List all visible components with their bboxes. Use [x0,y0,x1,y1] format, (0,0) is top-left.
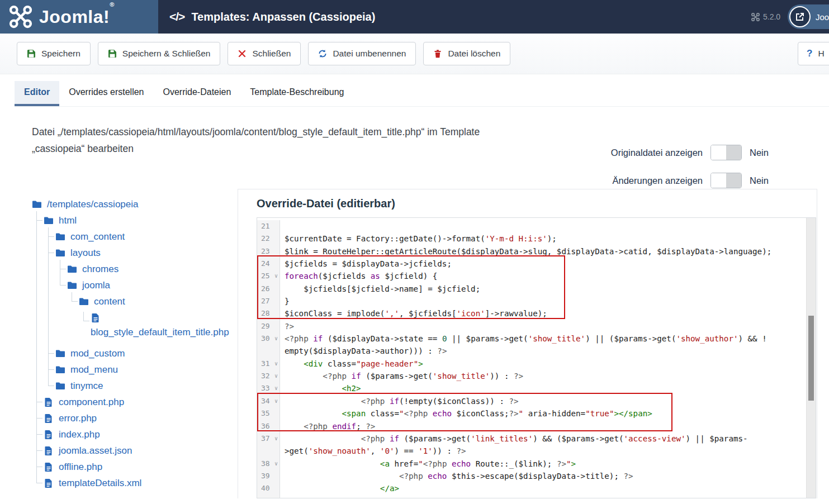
code-line[interactable]: 22$currentDate = Factory::getDate()->for… [257,232,816,245]
line-number: 39 [261,470,270,482]
file-icon [44,430,54,440]
help-button-label: H [818,49,824,59]
fold-chevron-icon[interactable]: ∨ [274,395,278,407]
toolbar-button-label: Speichern [41,49,80,59]
code-line[interactable]: >get('show_noauth', '0') == '1')) : ?> [257,445,816,457]
delete-file-button[interactable]: Datei löschen [423,42,510,65]
joomla-account-button[interactable]: Joom [788,4,829,29]
code-text: <?php if ($params->get('link_titles') &&… [280,432,816,445]
code-line[interactable]: 34∨ <?php if(!empty($iconClass)) : ?> [257,395,816,407]
code-line[interactable]: 26 $jcfields[$jcfield->name] = $jcfield; [257,283,816,295]
folder-icon [55,365,65,375]
fold-chevron-icon[interactable]: ∨ [274,332,278,345]
code-line[interactable]: 40 </a> [257,482,816,495]
code-editor[interactable]: 2122$currentDate = Factory::getDate()->f… [257,217,816,498]
code-line[interactable]: 38∨ <a href="<?php echo Route::_($link);… [257,458,816,470]
line-number: 40 [261,482,270,495]
tree-folder-chromes[interactable]: chromes [67,261,238,277]
save-close-button[interactable]: Speichern & Schließen [98,42,221,65]
code-line[interactable]: 36 <?php endif; ?> [257,420,816,432]
tree-folder-com_content[interactable]: com_content [55,229,238,245]
tree-folder-content[interactable]: content [79,293,238,310]
line-gutter: 28 [257,307,280,320]
tree-folder--templates-cassiopeia[interactable]: /templates/cassiopeia [32,196,238,212]
help-button[interactable]: ? H [798,42,829,65]
code-line[interactable]: 30∨<?php if ($displayData->state == 0 ||… [257,332,816,345]
code-line[interactable]: 24$jcfields = $displayData->jcfields; [257,258,816,270]
code-line[interactable]: 27} [257,295,816,307]
code-line[interactable]: 31∨ <div class="page-header"> [257,358,816,370]
joomla-logo[interactable]: Joomla!® [0,0,158,34]
line-gutter: 32∨ [257,370,280,382]
tab-override-dateien[interactable]: Override-Dateien [154,81,241,106]
file-tree-panel: /templates/cassiopeiahtmlcom_contentlayo… [0,189,238,504]
code-text: foreach($jcfields as $jcfield) { [280,270,816,282]
code-line[interactable]: 29?> [257,320,816,332]
code-line[interactable]: 35 <span class="<?php echo $iconClass;?>… [257,407,816,420]
file-icon [44,446,54,456]
code-text: <?php endif; ?> [280,420,816,432]
tree-file-joomla.asset.json[interactable]: joomla.asset.json [44,443,238,459]
fold-chevron-icon[interactable]: ∨ [274,432,278,445]
code-line[interactable]: 39 <?php echo $this->escape($displayData… [257,470,816,482]
code-line[interactable]: 25∨foreach($jcfields as $jcfield) { [257,270,816,282]
close-icon [238,49,247,58]
scrollbar-thumb[interactable] [808,316,814,401]
fold-chevron-icon[interactable]: ∨ [274,458,278,470]
tab-editor[interactable]: Editor [15,81,59,106]
tree-folder-mod_menu[interactable]: mod_menu [55,362,238,378]
code-line[interactable]: empty($displayData->author))) : ?> [257,345,816,357]
code-area: 2122$currentDate = Factory::getDate()->f… [257,218,816,498]
folder-icon [32,199,42,210]
tree-file-offline.php[interactable]: offline.php [44,459,238,475]
close-button[interactable]: Schließen [228,42,301,65]
fold-chevron-icon[interactable]: ∨ [274,270,278,282]
fold-chevron-icon[interactable]: ∨ [274,370,278,382]
sync-icon [318,49,327,58]
line-gutter: 41 [257,495,280,498]
tree-folder-joomla[interactable]: joomla [67,277,238,293]
tree-file-error.php[interactable]: error.php [44,410,238,426]
line-number: 35 [261,407,270,420]
tree-folder-mod_custom[interactable]: mod_custom [55,345,238,362]
code-text: <span class="<?php echo $iconClass;?>" a… [280,407,816,420]
code-line[interactable]: 41 <?php endif; ?> [257,495,816,498]
tree-item-label: /templates/cassiopeia [47,199,138,210]
tab-template-beschreibung[interactable]: Template-Beschreibung [240,81,353,106]
version-number: 5.2.0 [763,12,780,21]
line-gutter: 24 [257,258,280,270]
tree-folder-layouts[interactable]: layouts [55,245,238,261]
code-line[interactable]: 33∨ <h2> [257,382,816,394]
code-line[interactable]: 23$link = RouteHelper::getArticleRoute($… [257,245,816,258]
toolbar-button-label: Schließen [252,49,291,59]
fold-chevron-icon[interactable]: ∨ [274,358,278,370]
tree-file-index.php[interactable]: index.php [44,426,238,443]
code-text: <?php echo $this->escape($displayData->t… [280,470,816,482]
tree-item-label: index.php [59,429,100,440]
code-line[interactable]: 21 [257,220,816,232]
tree-folder-html[interactable]: html [44,212,238,229]
fold-chevron-icon[interactable]: ∨ [274,382,278,394]
rename-file-button[interactable]: Datei umbenennen [308,42,416,65]
line-number: 30 [261,332,270,345]
code-icon: </> [169,10,184,23]
code-line[interactable]: 28$iconClass = implode(',', $jcfields['i… [257,307,816,320]
show-changes-toggle[interactable] [710,173,742,188]
original-file-toggle[interactable] [710,145,742,160]
code-line[interactable]: 32∨ <?php if ($params->get('show_title')… [257,370,816,382]
editor-scrollbar[interactable] [806,218,816,498]
code-line[interactable]: 37∨ <?php if ($params->get('link_titles'… [257,432,816,445]
tab-overrides-erstellen[interactable]: Overrides erstellen [59,81,153,106]
tree-file-templateDetails.xml[interactable]: templateDetails.xml [44,475,238,491]
code-text [280,220,816,232]
tree-file-component.php[interactable]: component.php [44,394,238,410]
toggle-state: Nein [750,148,772,158]
file-icon [44,397,54,407]
line-gutter: 31∨ [257,358,280,370]
tree-folder-tinymce[interactable]: tinymce [55,378,238,394]
save-button[interactable]: Speichern [17,42,91,65]
line-gutter: 33∨ [257,382,280,394]
tree-folder--media-templates-site-cassiopeia[interactable]: /media/templates/site/cassiopeia [32,500,238,504]
tree-file-blog_style_default_item_title.php[interactable]: blog_style_default_item_title.php [91,313,238,345]
toolbar-button-label: Speichern & Schließen [122,49,211,59]
